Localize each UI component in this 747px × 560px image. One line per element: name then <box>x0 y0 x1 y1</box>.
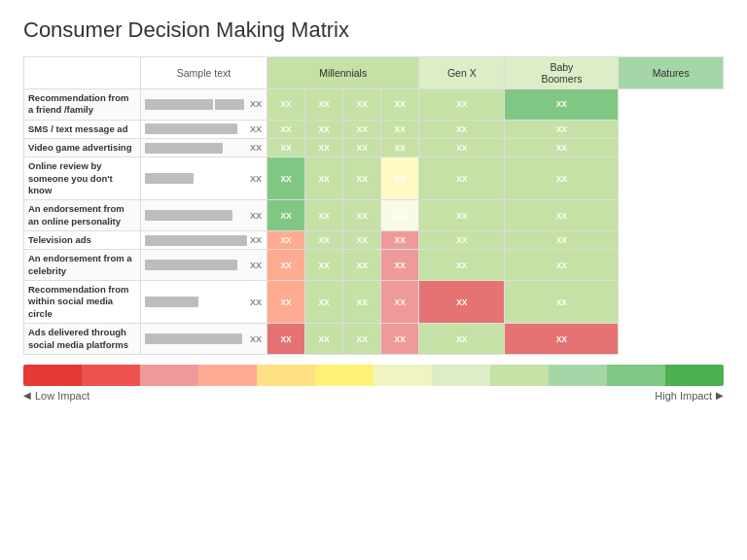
data-cell-r7-c3: XX <box>381 281 419 324</box>
legend-section: Low Impact High Impact <box>23 365 724 402</box>
data-cell-r2-c5: XX <box>505 139 619 158</box>
data-cell-r4-c5: XX <box>505 200 619 231</box>
data-cell-r6-c5: XX <box>505 250 619 281</box>
legend-color-segment <box>607 365 665 386</box>
data-cell-r1-c0: XX <box>267 120 305 138</box>
data-cell-r0-c5: XX <box>505 89 619 121</box>
legend-color-segment <box>315 365 374 386</box>
data-cell-r6-c4: XX <box>419 250 505 281</box>
sample-text-header: Sample text <box>141 57 267 89</box>
data-cell-r0-c2: XX <box>343 89 381 121</box>
row-label-4: An endorsement from an online personalit… <box>24 200 141 231</box>
data-cell-r7-c0: XX <box>267 281 305 324</box>
data-cell-r8-c4: XX <box>419 324 505 355</box>
legend-color-segment <box>257 365 315 386</box>
data-cell-r5-c4: XX <box>419 231 505 250</box>
legend-color-segment <box>432 365 490 386</box>
data-cell-r7-c2: XX <box>343 281 381 324</box>
data-cell-r8-c2: XX <box>343 324 381 355</box>
data-cell-r4-c2: XX <box>343 200 381 231</box>
matrix-container: Sample text Millennials Gen X Baby Boome… <box>23 56 724 355</box>
low-impact-label: Low Impact <box>23 390 89 402</box>
legend-labels: Low Impact High Impact <box>23 390 724 402</box>
millennials-header: Millennials <box>267 57 419 89</box>
row-label-3: Online review by someone you don't know <box>24 158 141 200</box>
row-label-6: An endorsement from a celebrity <box>24 250 141 281</box>
row-label-2: Video game advertising <box>24 139 141 158</box>
genx-header: Gen X <box>419 57 505 89</box>
table-row: SMS / text message ad XX XXXXXXXXXXXX <box>24 120 724 138</box>
data-cell-r7-c1: XX <box>305 281 343 324</box>
data-cell-r6-c0: XX <box>267 250 305 281</box>
col0-header <box>24 57 141 89</box>
sample-bar-cell-2: XX <box>141 139 267 158</box>
data-cell-r1-c2: XX <box>343 120 381 138</box>
row-label-1: SMS / text message ad <box>24 120 141 138</box>
data-cell-r1-c5: XX <box>505 120 619 138</box>
data-cell-r2-c1: XX <box>305 139 343 158</box>
table-row: Television ads XX XXXXXXXXXXXX <box>24 231 724 250</box>
data-cell-r7-c5: XX <box>505 281 619 324</box>
data-cell-r3-c0: XX <box>267 158 305 200</box>
sample-bar-cell-4: XX <box>141 200 267 231</box>
data-cell-r0-c3: XX <box>381 89 419 121</box>
legend-color-segment <box>549 365 607 386</box>
sample-bar-cell-7: XX <box>141 281 267 324</box>
data-cell-r3-c2: XX <box>343 158 381 200</box>
sample-bar-cell-6: XX <box>141 250 267 281</box>
table-row: An endorsement from a celebrity XX XXXXX… <box>24 250 724 281</box>
table-row: An endorsement from an online personalit… <box>24 200 724 231</box>
data-cell-r5-c5: XX <box>505 231 619 250</box>
data-cell-r5-c1: XX <box>305 231 343 250</box>
data-cell-r8-c5: XX <box>505 324 619 355</box>
legend-bar <box>23 365 724 386</box>
legend-color-segment <box>490 365 549 386</box>
data-cell-r0-c1: XX <box>305 89 343 121</box>
data-cell-r1-c4: XX <box>419 120 505 138</box>
row-label-0: Recommendation from a friend /family <box>24 89 141 121</box>
data-cell-r3-c3: XX <box>381 158 419 200</box>
legend-color-segment <box>82 365 140 386</box>
data-cell-r6-c1: XX <box>305 250 343 281</box>
data-cell-r4-c1: XX <box>305 200 343 231</box>
table-row: Video game advertising XX XXXXXXXXXXXX <box>24 139 724 158</box>
data-cell-r0-c0: XX <box>267 89 305 121</box>
decision-matrix-table: Sample text Millennials Gen X Baby Boome… <box>23 56 724 355</box>
row-label-8: Ads delivered through social media platf… <box>24 324 141 355</box>
row-label-5: Television ads <box>24 231 141 250</box>
table-row: Ads delivered through social media platf… <box>24 324 724 355</box>
data-cell-r8-c0: XX <box>267 324 305 355</box>
table-row: Online review by someone you don't know … <box>24 158 724 200</box>
data-cell-r5-c0: XX <box>267 231 305 250</box>
table-row: Recommendation from a friend /family XX … <box>24 89 724 121</box>
data-cell-r5-c2: XX <box>343 231 381 250</box>
data-cell-r3-c1: XX <box>305 158 343 200</box>
data-cell-r2-c4: XX <box>419 139 505 158</box>
data-cell-r1-c1: XX <box>305 120 343 138</box>
legend-color-segment <box>198 365 257 386</box>
matures-header: Matures <box>619 57 724 89</box>
legend-color-segment <box>374 365 432 386</box>
data-cell-r8-c3: XX <box>381 324 419 355</box>
data-cell-r2-c0: XX <box>267 139 305 158</box>
row-label-7: Recommendation from within social media … <box>24 281 141 324</box>
sample-bar-cell-8: XX <box>141 324 267 355</box>
data-cell-r4-c0: XX <box>267 200 305 231</box>
sample-bar-cell-5: XX <box>141 231 267 250</box>
sample-bar-cell-3: XX <box>141 158 267 200</box>
legend-color-segment <box>665 365 724 386</box>
data-cell-r2-c2: XX <box>343 139 381 158</box>
data-cell-r6-c3: XX <box>381 250 419 281</box>
data-cell-r3-c5: XX <box>505 158 619 200</box>
high-impact-label: High Impact <box>655 390 724 402</box>
data-cell-r3-c4: XX <box>419 158 505 200</box>
data-cell-r1-c3: XX <box>381 120 419 138</box>
boomers-header: Baby Boomers <box>505 57 619 89</box>
data-cell-r7-c4: XX <box>419 281 505 324</box>
data-cell-r8-c1: XX <box>305 324 343 355</box>
sample-bar-cell-0: XX <box>141 89 267 121</box>
data-cell-r4-c3: XX <box>381 200 419 231</box>
data-cell-r6-c2: XX <box>343 250 381 281</box>
legend-color-segment <box>23 365 82 386</box>
page-title: Consumer Decision Making Matrix <box>23 18 724 43</box>
